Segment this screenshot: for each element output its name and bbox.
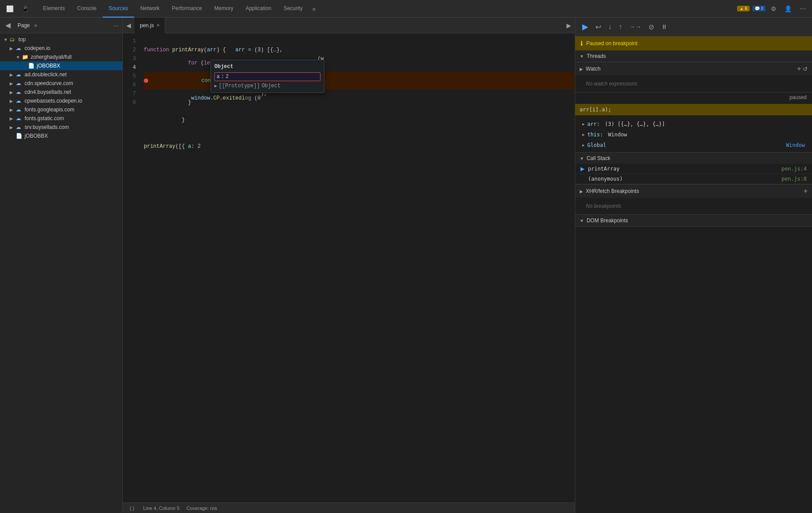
- debug-deactivate-btn[interactable]: ⊘: [646, 22, 657, 32]
- file-tree: ▼ 🗂 top ▶ ☁ codepen.io ▼ 📁 zoherghadyali…: [0, 33, 122, 513]
- device-toggle-btn[interactable]: 📱: [19, 4, 32, 14]
- right-panel: ▶ ↩ ↓ ↑ →→ ⊘ ⏸ ℹ Paused on breakpoint ▼ …: [575, 18, 812, 513]
- tree-label-jobobbx2: jOBOBBX: [25, 133, 48, 139]
- call-stack-item-1[interactable]: ▶ (anonymous) pen.js:8: [575, 174, 812, 184]
- cloud-icon-buysellads2: ☁: [16, 124, 23, 130]
- tree-item-speedcurve[interactable]: ▶ ☁ cdn.speedcurve.com: [0, 79, 122, 88]
- tree-item-top[interactable]: ▼ 🗂 top: [0, 35, 122, 44]
- debug-stepout-btn[interactable]: ↑: [616, 22, 625, 32]
- proto-expand-icon: ▶: [214, 83, 217, 89]
- sidebar-more-tabs[interactable]: »: [34, 22, 37, 28]
- cloud-icon-googleapis: ☁: [16, 107, 23, 113]
- call-stack-label: Call Stack: [587, 155, 610, 161]
- tree-item-cpwebassets[interactable]: ▶ ☁ cpwebassets.codepen.io: [0, 96, 122, 105]
- settings-btn[interactable]: ⚙: [768, 4, 779, 14]
- tooltip-popup: Object a : 2 ▶ [[Prototype]] Object: [210, 60, 324, 93]
- tab-memory[interactable]: Memory: [208, 0, 239, 18]
- line-col-indicator: Line 4, Column 5: [143, 506, 179, 511]
- watch-add-btn[interactable]: +: [797, 65, 801, 73]
- tooltip-proto[interactable]: ▶ [[Prototype]] Object: [214, 83, 321, 89]
- debug-resume-btn[interactable]: ▶: [580, 21, 591, 32]
- watch-header[interactable]: ▶ Watch + ↺: [575, 62, 812, 75]
- scope-item-global[interactable]: ▶ Global Window: [579, 140, 808, 150]
- watch-refresh-btn[interactable]: ↺: [803, 66, 808, 72]
- debug-step-btn[interactable]: →→: [627, 22, 644, 31]
- debug-stepover-btn[interactable]: ↩: [593, 22, 604, 32]
- tab-elements[interactable]: Elements: [37, 0, 71, 18]
- scope-item-arr[interactable]: ▶ arr: (3) [{…}, {…}, {…}]: [579, 119, 808, 129]
- editor-play-btn[interactable]: ▶: [563, 22, 575, 29]
- tree-arrow-cpwebassets: ▶: [10, 99, 16, 103]
- tree-item-jobobbx2[interactable]: 📄 jOBOBBX: [0, 132, 122, 140]
- dom-arrow: ▼: [580, 218, 584, 223]
- code-line-8: printArray([{ a: 2: [144, 142, 575, 151]
- line-num-5: 5: [123, 72, 140, 81]
- cloud-icon-speedcurve: ☁: [16, 80, 23, 86]
- coverage-indicator: Coverage: n/a: [187, 506, 217, 511]
- xhr-header[interactable]: ▶ XHR/fetch Breakpoints +: [575, 185, 812, 198]
- tab-sources[interactable]: Sources: [103, 0, 134, 18]
- call-stack-item-0[interactable]: ▶ printArray pen.js:4: [575, 164, 812, 174]
- tree-label-speedcurve: cdn.speedcurve.com: [25, 80, 73, 86]
- scope-item-this[interactable]: ▶ this: Window: [579, 129, 808, 140]
- inspect-element-btn[interactable]: ⬜: [4, 4, 16, 14]
- tab-performance[interactable]: Performance: [166, 0, 208, 18]
- tree-item-gstatic[interactable]: ▶ ☁ fonts.gstatic.com: [0, 114, 122, 123]
- threads-header[interactable]: ▼ Threads: [575, 50, 812, 62]
- tab-application[interactable]: Application: [239, 0, 278, 18]
- editor-file-tab-penjs[interactable]: pen.js ×: [135, 18, 165, 33]
- tree-arrow-gstatic: ▶: [10, 116, 16, 121]
- line-num-7: 7: [123, 89, 140, 98]
- dom-label: DOM Breakpoints: [587, 217, 628, 224]
- debug-pause-exceptions-btn[interactable]: ⏸: [659, 22, 670, 31]
- scope-key-this: this:: [587, 131, 603, 139]
- warning-badge[interactable]: ▲ 6: [737, 6, 749, 11]
- editor-tab-close[interactable]: ×: [157, 22, 160, 28]
- info-badge[interactable]: 💬 8: [752, 6, 766, 11]
- user-btn[interactable]: 👤: [782, 4, 794, 14]
- xhr-arrow: ▶: [580, 189, 583, 194]
- code-area: 1 2 3 4 5 6 7 8 function printArray(arr)…: [123, 33, 575, 502]
- watch-arrow: ▶: [580, 67, 583, 71]
- cloud-icon-buysellads1: ☁: [16, 89, 23, 95]
- dom-breakpoints-section: ▼ DOM Breakpoints: [575, 215, 812, 227]
- cloud-icon-doubleclick: ☁: [16, 71, 23, 78]
- call-stack-header[interactable]: ▼ Call Stack: [575, 153, 812, 164]
- paused-text: Paused on breakpoint: [586, 40, 637, 46]
- editor-nav-back[interactable]: ◀: [123, 22, 135, 29]
- code-content: function printArray(arr) { arr = (3) [{……: [140, 33, 575, 154]
- tree-arrow-googleapis: ▶: [10, 107, 16, 112]
- nav-right-controls: ▲ 6 💬 8 ⚙ 👤 ⋯: [737, 4, 808, 14]
- more-options-btn[interactable]: ⋯: [797, 4, 808, 14]
- tree-item-zoher[interactable]: ▼ 📁 zoherghadyali/full: [0, 53, 122, 61]
- main-area: ◀ Page » ··· ▼ 🗂 top ▶ ☁ codepen.io ▼ 📁 …: [0, 18, 812, 513]
- tree-label-doubleclick: ad.doubleclick.net: [25, 71, 67, 78]
- folder-icon: 🗂: [10, 36, 17, 43]
- tree-item-codepen[interactable]: ▶ ☁ codepen.io: [0, 44, 122, 53]
- editor-tab-filename: pen.js: [140, 22, 154, 28]
- tooltip-key: a: [217, 74, 220, 80]
- scope-expand-global: ▶: [582, 141, 584, 149]
- debug-stepinto-btn[interactable]: ↓: [605, 22, 614, 32]
- tree-item-googleapis[interactable]: ▶ ☁ fonts.googleapis.com: [0, 105, 122, 114]
- dom-breakpoints-header[interactable]: ▼ DOM Breakpoints: [575, 215, 812, 226]
- tree-item-buysellads2[interactable]: ▶ ☁ srv.buysellads.com: [0, 123, 122, 132]
- xhr-add-btn[interactable]: +: [804, 187, 808, 195]
- sidebar-nav-back[interactable]: ◀: [4, 21, 12, 29]
- tab-security[interactable]: Security: [278, 0, 309, 18]
- more-tabs-btn[interactable]: »: [309, 5, 319, 12]
- tab-network[interactable]: Network: [134, 0, 166, 18]
- paused-banner: ℹ Paused on breakpoint: [575, 36, 812, 50]
- line-num-4: 4: [123, 63, 140, 72]
- sidebar-dots-menu[interactable]: ···: [114, 22, 119, 29]
- code-lines-container: 1 2 3 4 5 6 7 8 function printArray(arr)…: [123, 33, 575, 154]
- cloud-icon-codepen: ☁: [16, 45, 23, 51]
- tree-item-buysellads1[interactable]: ▶ ☁ cdn4.buysellads.net: [0, 88, 122, 96]
- code-line-7: [144, 133, 575, 142]
- tab-console[interactable]: Console: [71, 0, 103, 18]
- page-tab[interactable]: Page: [14, 21, 33, 30]
- tree-item-jobobbx[interactable]: 📄 jOBOBBX: [0, 61, 122, 70]
- tree-item-doubleclick[interactable]: ▶ ☁ ad.doubleclick.net: [0, 70, 122, 79]
- file-icon-jobobbx: 📄: [28, 63, 35, 69]
- format-btn[interactable]: { }: [128, 505, 136, 512]
